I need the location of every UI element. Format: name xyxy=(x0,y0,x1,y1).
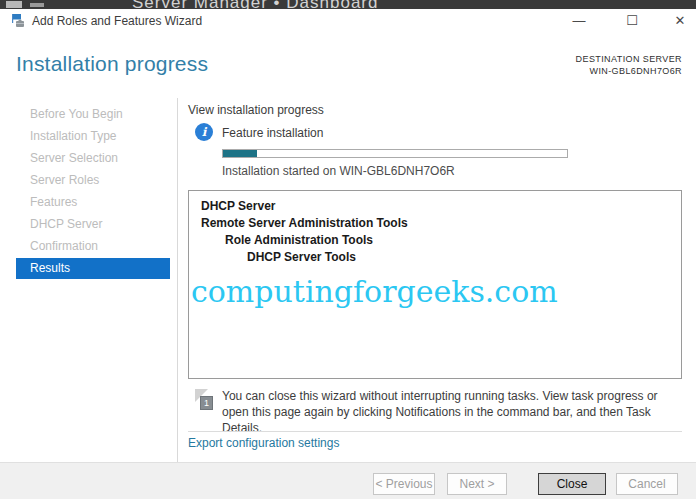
close-icon[interactable]: ✕ xyxy=(669,9,691,33)
footer-divider xyxy=(188,431,682,432)
sidebar-item-results[interactable]: Results xyxy=(16,258,170,279)
cancel-button[interactable]: Cancel xyxy=(616,473,678,495)
next-button[interactable]: Next > xyxy=(447,473,507,495)
page-title: Installation progress xyxy=(16,52,208,76)
background-window-title: Server Manager • Dashboard xyxy=(132,0,378,9)
button-bar: < Previous Next > Close Cancel xyxy=(0,462,696,499)
previous-button[interactable]: < Previous xyxy=(373,473,435,495)
main-content: View installation progress i Feature ins… xyxy=(188,98,682,462)
sidebar-item-confirmation: Confirmation xyxy=(16,236,170,257)
sidebar-divider xyxy=(177,98,178,462)
info-icon: i xyxy=(195,123,213,141)
sidebar-item-installation-type: Installation Type xyxy=(16,126,170,147)
title-bar: Add Roles and Features Wizard — ☐ ✕ xyxy=(0,9,696,33)
notification-flag-icon: 1 xyxy=(195,389,217,413)
sidebar-item-features: Features xyxy=(16,192,170,213)
list-item: DHCP Server Tools xyxy=(201,249,669,266)
progress-fill xyxy=(223,150,257,157)
list-item: DHCP Server xyxy=(201,198,669,215)
section-title: View installation progress xyxy=(188,103,324,117)
destination-server-block: DESTINATION SERVER WIN-GBL6DNH7O6R xyxy=(576,54,682,76)
minimize-icon[interactable]: — xyxy=(568,9,590,33)
server-manager-logo-fragment xyxy=(6,1,22,8)
add-roles-features-wizard-window: Server Manager • Dashboard Add Roles and… xyxy=(0,0,696,499)
sidebar-item-server-selection: Server Selection xyxy=(16,148,170,169)
background-decoration xyxy=(30,3,44,7)
installation-progress-bar xyxy=(222,149,568,158)
notification-count-badge: 1 xyxy=(200,396,213,410)
window-title: Add Roles and Features Wizard xyxy=(32,14,202,28)
background-window-strip: Server Manager • Dashboard xyxy=(0,0,696,9)
close-wizard-note: You can close this wizard without interr… xyxy=(222,388,678,436)
sidebar-item-dhcp-server: DHCP Server xyxy=(16,214,170,235)
destination-server-label: DESTINATION SERVER xyxy=(576,54,682,64)
installed-features-list[interactable]: DHCP Server Remote Server Administration… xyxy=(188,190,682,379)
close-button[interactable]: Close xyxy=(538,473,606,495)
wizard-step-nav: Before You Begin Installation Type Serve… xyxy=(16,104,170,280)
list-item: Remote Server Administration Tools xyxy=(201,215,669,232)
maximize-icon[interactable]: ☐ xyxy=(621,9,643,33)
watermark-text: computingforgeeks.com xyxy=(191,274,669,309)
export-configuration-settings-link[interactable]: Export configuration settings xyxy=(188,436,339,450)
feature-installation-label: Feature installation xyxy=(222,126,323,140)
list-item: Role Administration Tools xyxy=(201,232,669,249)
wizard-app-icon xyxy=(10,13,26,29)
sidebar-item-server-roles: Server Roles xyxy=(16,170,170,191)
destination-server-name: WIN-GBL6DNH7O6R xyxy=(576,66,682,76)
progress-status-text: Installation started on WIN-GBL6DNH7O6R xyxy=(222,164,455,178)
sidebar-item-before-you-begin: Before You Begin xyxy=(16,104,170,125)
